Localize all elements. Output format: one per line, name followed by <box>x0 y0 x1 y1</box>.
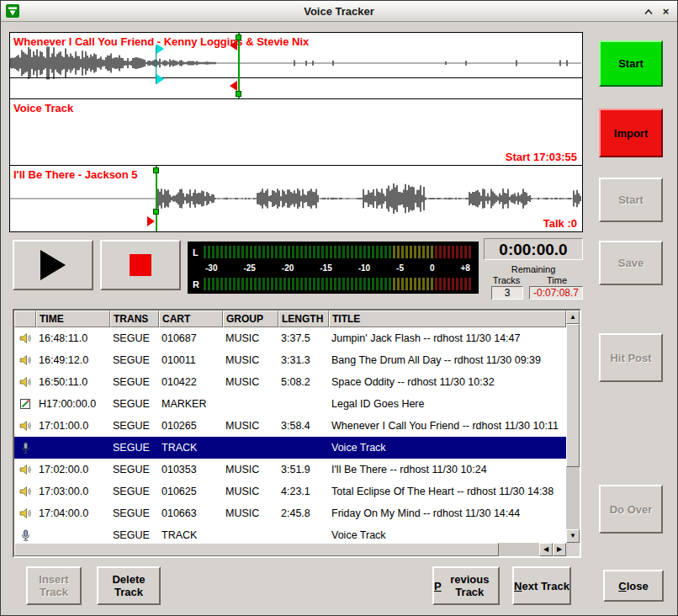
track-panels: Whenever I Call You Friend - Kenny Loggi… <box>9 32 583 232</box>
row-trans: SEGUE <box>110 486 159 497</box>
log-row[interactable]: H17:00:00.0 SEGUE MARKER Legal ID Goes H… <box>14 393 566 415</box>
scroll-right-icon[interactable]: ▶ <box>553 543 566 556</box>
row-length: 4:23.1 <box>278 486 329 497</box>
row-trans: SEGUE <box>110 529 159 541</box>
scale-tick: 0 <box>430 263 435 273</box>
track-panel-next[interactable]: I'll Be There - Jackson 5 Talk :0 <box>9 165 583 232</box>
time-remaining-value: -0:07:08.7 <box>529 286 583 300</box>
header-group[interactable]: GROUP <box>223 311 278 327</box>
row-cart: TRACK <box>159 529 223 541</box>
track-start-time: Start 17:03:55 <box>506 151 577 163</box>
log-row[interactable]: 16:48:11.0 SEGUE 010687 MUSIC 3:37.5 Jum… <box>14 327 566 349</box>
row-cart: 010011 <box>159 354 223 366</box>
log-body: 16:48:11.0 SEGUE 010687 MUSIC 3:37.5 Jum… <box>14 327 566 543</box>
row-type-icon <box>14 332 36 344</box>
marker-handle-top[interactable] <box>153 167 159 173</box>
edit-cursor-bottom-handle-icon[interactable] <box>156 74 164 84</box>
insert-track-button[interactable]: Insert Track <box>26 566 82 605</box>
row-time: 17:04:00.0 <box>36 507 110 519</box>
play-start-button[interactable]: Start <box>599 178 663 222</box>
row-trans: SEGUE <box>110 332 159 344</box>
row-time: 16:49:12.0 <box>36 354 110 366</box>
meter-left-bar <box>204 246 472 258</box>
track-start-marker-line[interactable] <box>156 166 157 231</box>
fade-marker-bottom-icon[interactable] <box>230 81 237 91</box>
scroll-left-icon[interactable]: ◀ <box>539 543 553 556</box>
track-start-marker-line[interactable] <box>238 33 240 98</box>
previous-track-button[interactable]: Previous Track <box>432 566 500 605</box>
scrollbar-corner <box>566 543 580 556</box>
header-time[interactable]: TIME <box>36 311 110 327</box>
row-time: 16:48:11.0 <box>36 332 110 344</box>
marker-handle-top[interactable] <box>236 35 241 40</box>
log-row[interactable]: 17:01:00.0 SEGUE 010265 MUSIC 3:58.4 Whe… <box>14 415 566 437</box>
maximize-icon[interactable] <box>641 4 655 19</box>
row-group: MUSIC <box>223 507 278 519</box>
row-length: 3:37.5 <box>278 332 329 344</box>
time-status: 0:00:00.0 Remaining Tracks Time 3 -0:07:… <box>484 236 583 299</box>
horizontal-scroll-thumb[interactable] <box>14 543 499 556</box>
remaining-label: Remaining <box>484 264 583 274</box>
row-trans: SEGUE <box>110 354 159 366</box>
scroll-down-icon[interactable]: ▼ <box>566 529 580 543</box>
scroll-up-icon[interactable]: ▲ <box>566 311 580 324</box>
row-time: 17:03:00.0 <box>36 486 110 497</box>
header-length[interactable]: LENGTH <box>278 311 329 327</box>
header-icon-col[interactable] <box>14 311 36 327</box>
time-label: Time <box>531 275 583 285</box>
log-header: TIME TRANS CART GROUP LENGTH TITLE <box>14 311 566 327</box>
import-button[interactable]: Import <box>599 109 663 157</box>
record-start-button[interactable]: Start <box>599 40 663 87</box>
row-title: Legal ID Goes Here <box>329 398 566 410</box>
track-panel-voicetrack[interactable]: Voice Track Start 17:03:55 <box>9 98 583 166</box>
stop-button[interactable] <box>100 240 181 290</box>
vertical-scrollbar[interactable]: ▲ ▼ <box>566 311 580 543</box>
log-row[interactable]: 17:02:00.0 SEGUE 010353 MUSIC 3:51.9 I'l… <box>14 459 566 481</box>
delete-track-button[interactable]: Delete Track <box>97 566 161 605</box>
row-type-icon <box>14 354 36 366</box>
row-trans: SEGUE <box>110 420 159 432</box>
horizontal-scrollbar[interactable]: ◀ ▶ <box>14 543 566 556</box>
header-trans[interactable]: TRANS <box>110 311 159 327</box>
log-row[interactable]: 17:04:00.0 SEGUE 010663 MUSIC 2:45.8 Fri… <box>14 502 566 524</box>
header-title[interactable]: TITLE <box>329 311 566 327</box>
close-icon[interactable]: × <box>659 4 673 19</box>
play-icon <box>40 250 66 280</box>
save-button[interactable]: Save <box>599 241 663 285</box>
play-button[interactable] <box>13 240 93 290</box>
hit-post-button[interactable]: Hit Post <box>599 333 663 382</box>
transport-bar: L -30 -25 -20 -15 -10 -5 0 +8 R 0:00:00.… <box>9 236 583 299</box>
title-bar[interactable]: Voice Tracker × <box>1 1 677 22</box>
row-cart: 010663 <box>159 507 223 519</box>
fade-marker-top-icon[interactable] <box>230 40 237 50</box>
log-row[interactable]: 16:49:12.0 SEGUE 010011 MUSIC 3:31.3 Ban… <box>14 349 566 371</box>
row-cart: 010687 <box>159 332 223 344</box>
close-button[interactable]: Close <box>603 570 664 602</box>
scale-tick: +8 <box>461 263 470 273</box>
row-cart: TRACK <box>159 442 223 454</box>
row-time: 17:02:00.0 <box>36 464 110 475</box>
row-length: 3:31.3 <box>278 354 329 366</box>
next-track-button[interactable]: Next Track <box>512 566 571 605</box>
do-over-button[interactable]: Do Over <box>599 485 663 534</box>
scale-tick: -25 <box>243 263 255 273</box>
row-trans: SEGUE <box>110 464 159 475</box>
log-row[interactable]: SEGUE TRACK Voice Track <box>14 524 566 543</box>
header-cart[interactable]: CART <box>159 311 223 327</box>
meter-right-bar <box>204 278 472 290</box>
vertical-scroll-thumb[interactable] <box>566 324 580 467</box>
row-cart: 010265 <box>159 420 223 432</box>
fade-marker-icon[interactable] <box>147 216 155 226</box>
log-row[interactable]: 17:03:00.0 SEGUE 010625 MUSIC 4:23.1 Tot… <box>14 481 566 502</box>
edit-cursor-top-handle-icon[interactable] <box>156 44 164 54</box>
row-group: MUSIC <box>223 354 278 366</box>
row-length: 3:58.4 <box>278 420 329 432</box>
track-title: I'll Be There - Jackson 5 <box>13 168 138 181</box>
log-row[interactable]: SEGUE TRACK Voice Track <box>14 437 566 459</box>
row-group: MUSIC <box>223 486 278 497</box>
log-row[interactable]: 16:50:11.0 SEGUE 010422 MUSIC 5:08.2 Spa… <box>14 371 566 393</box>
meter-scale: -30 -25 -20 -15 -10 -5 0 +8 <box>204 263 472 273</box>
marker-handle-bottom[interactable] <box>153 209 159 215</box>
marker-handle-bottom[interactable] <box>236 91 241 97</box>
track-panel-previous[interactable]: Whenever I Call You Friend - Kenny Loggi… <box>9 32 583 99</box>
